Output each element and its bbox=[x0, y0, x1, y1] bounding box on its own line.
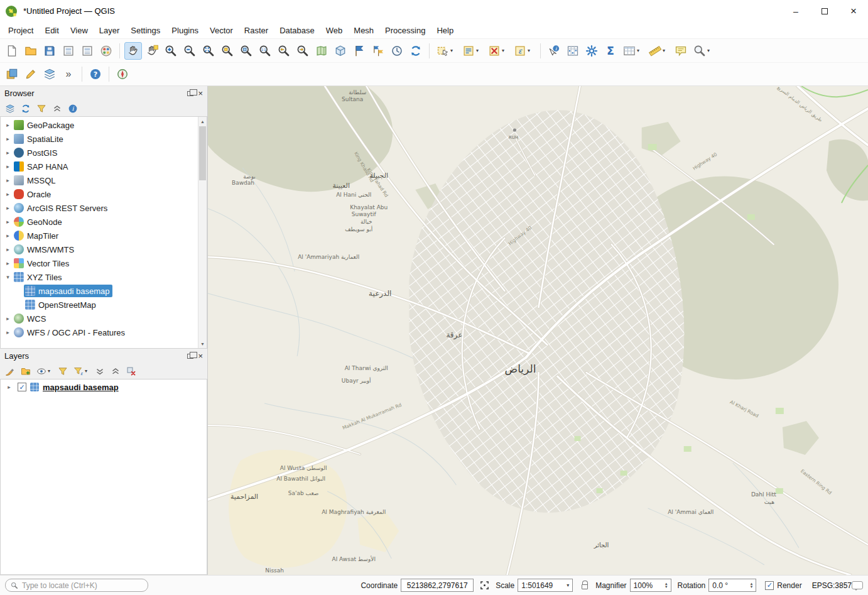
coordinate-input[interactable] bbox=[401, 579, 474, 592]
open-attribute-table-button[interactable]: ▾ bbox=[621, 42, 645, 60]
browser-item-maptiler[interactable]: ▸MapTiler bbox=[1, 229, 198, 243]
menu-processing[interactable]: Processing bbox=[379, 23, 431, 38]
dropdown-arrow-icon[interactable]: ▾ bbox=[450, 48, 453, 53]
dropdown-arrow-icon[interactable]: ▾ bbox=[85, 368, 87, 374]
close-panel-icon[interactable]: × bbox=[198, 89, 203, 97]
scale-combo[interactable]: 1:501649 ▾ bbox=[518, 579, 573, 592]
measure-button[interactable]: ▾ bbox=[646, 42, 671, 60]
expander-icon[interactable]: ▸ bbox=[3, 205, 13, 211]
menu-project[interactable]: Project bbox=[3, 23, 39, 38]
browser-item-geonode[interactable]: ▸GeoNode bbox=[1, 215, 198, 229]
browser-item-oracle[interactable]: ▸Oracle bbox=[1, 187, 198, 201]
expander-icon[interactable]: ▸ bbox=[3, 329, 13, 336]
browser-scrollbar[interactable]: ▲ ▼ bbox=[198, 117, 207, 348]
expander-icon[interactable]: ▸ bbox=[3, 177, 13, 183]
rotation-spinner[interactable]: 0.0 ° ▴▾ bbox=[708, 579, 756, 592]
zoom-next-button[interactable] bbox=[294, 42, 312, 60]
layer-checkbox[interactable]: ✓ bbox=[18, 383, 26, 391]
open-project-button[interactable] bbox=[22, 42, 40, 60]
dropdown-arrow-icon[interactable]: ▾ bbox=[502, 48, 504, 53]
menu-database[interactable]: Database bbox=[274, 23, 320, 38]
filter-legend-button[interactable] bbox=[55, 364, 70, 378]
zoom-last-button[interactable] bbox=[275, 42, 293, 60]
float-panel-icon[interactable] bbox=[187, 354, 193, 359]
menu-plugins[interactable]: Plugins bbox=[166, 23, 204, 38]
layer-row[interactable]: ▸ ✓ mapsaudi basemap bbox=[1, 379, 207, 395]
menu-help[interactable]: Help bbox=[431, 23, 459, 38]
manage-map-themes-button[interactable]: ▾ bbox=[34, 364, 54, 378]
browser-item-arcgis-rest-servers[interactable]: ▸ArcGIS REST Servers bbox=[1, 201, 198, 215]
toolbar-overflow-button[interactable]: » bbox=[60, 65, 77, 83]
dropdown-arrow-icon[interactable]: ▾ bbox=[663, 48, 665, 53]
map-canvas[interactable]: Highway 40Highway 40طريق الرياض الدمام ا… bbox=[208, 86, 868, 575]
menu-layer[interactable]: Layer bbox=[94, 23, 126, 38]
browser-item-mapsaudi-basemap[interactable]: mapsaudi basemap bbox=[1, 284, 198, 298]
expand-all-button[interactable] bbox=[92, 364, 107, 378]
show-layout-manager-button[interactable] bbox=[79, 42, 96, 60]
menu-web[interactable]: Web bbox=[320, 23, 349, 38]
help-button[interactable] bbox=[87, 65, 104, 83]
locate-input[interactable]: Type to locate (Ctrl+K) bbox=[5, 579, 148, 592]
temporal-controller-button[interactable] bbox=[388, 42, 406, 60]
new-print-layout-button[interactable] bbox=[60, 42, 77, 60]
collapse-all-button[interactable] bbox=[108, 364, 122, 378]
lock-scale-icon[interactable] bbox=[582, 584, 588, 589]
collapse-all-browser-button[interactable] bbox=[50, 101, 64, 116]
menu-settings[interactable]: Settings bbox=[125, 23, 166, 38]
minimize-button[interactable]: – bbox=[781, 0, 810, 22]
zoom-full-button[interactable] bbox=[200, 42, 217, 60]
expander-icon[interactable]: ▸ bbox=[4, 384, 14, 390]
browser-item-vector-tiles[interactable]: ▸Vector Tiles bbox=[1, 256, 198, 270]
processing-toolbox-button[interactable] bbox=[583, 42, 600, 60]
expander-icon[interactable]: ▸ bbox=[3, 150, 13, 156]
open-field-calculator-button[interactable] bbox=[564, 42, 582, 60]
statistical-summary-button[interactable] bbox=[602, 42, 619, 60]
expander-icon[interactable]: ▸ bbox=[3, 122, 13, 128]
pan-to-selection-button[interactable] bbox=[143, 42, 161, 60]
crs-button[interactable]: EPSG:3857 bbox=[812, 581, 852, 590]
search-tools-button[interactable]: ▾ bbox=[691, 42, 715, 60]
scroll-down-icon[interactable]: ▼ bbox=[198, 339, 207, 348]
filter-browser-button[interactable] bbox=[34, 101, 48, 116]
select-by-expression-button[interactable]: ▾ bbox=[511, 42, 536, 60]
expander-icon[interactable]: ▸ bbox=[3, 136, 13, 142]
open-layer-styling-button[interactable] bbox=[3, 364, 17, 378]
expander-icon[interactable]: ▸ bbox=[3, 232, 13, 239]
messages-icon[interactable] bbox=[852, 581, 863, 589]
magnifier-spinner[interactable]: 100% ▴▾ bbox=[630, 579, 671, 592]
close-panel-icon[interactable]: × bbox=[198, 352, 203, 360]
float-panel-icon[interactable] bbox=[187, 91, 193, 96]
new-annotation-button[interactable] bbox=[22, 65, 40, 83]
browser-item-wfs-ogc-api-features[interactable]: ▸WFS / OGC API - Features bbox=[1, 325, 198, 339]
browser-item-xyz-tiles[interactable]: ▾XYZ Tiles bbox=[1, 270, 198, 284]
zoom-to-layer-button[interactable] bbox=[237, 42, 255, 60]
browser-item-wcs[interactable]: ▸WCS bbox=[1, 312, 198, 325]
properties-widget-button[interactable] bbox=[65, 101, 80, 116]
menu-view[interactable]: View bbox=[65, 23, 94, 38]
spinner-arrows-icon[interactable]: ▴▾ bbox=[665, 582, 668, 587]
expander-icon[interactable]: ▾ bbox=[3, 274, 13, 280]
deselect-features-button[interactable]: ▾ bbox=[486, 42, 510, 60]
spinner-arrows-icon[interactable]: ▴▾ bbox=[751, 582, 753, 587]
menu-vector[interactable]: Vector bbox=[204, 23, 239, 38]
new-project-button[interactable] bbox=[3, 42, 21, 60]
zoom-in-button[interactable] bbox=[162, 42, 180, 60]
new-map-view-button[interactable] bbox=[313, 42, 330, 60]
browser-item-wms-wmts[interactable]: ▸WMS/WMTS bbox=[1, 243, 198, 256]
identify-features-button[interactable] bbox=[545, 42, 563, 60]
save-project-button[interactable] bbox=[41, 42, 58, 60]
expander-icon[interactable]: ▸ bbox=[3, 246, 13, 253]
menu-raster[interactable]: Raster bbox=[239, 23, 274, 38]
dropdown-arrow-icon[interactable]: ▾ bbox=[528, 48, 530, 53]
render-checkbox[interactable]: ✓ bbox=[765, 581, 774, 590]
browser-item-sap-hana[interactable]: ▸SAP HANA bbox=[1, 160, 198, 173]
chevron-down-icon[interactable]: ▾ bbox=[567, 582, 569, 588]
close-button[interactable]: × bbox=[839, 0, 868, 22]
menu-edit[interactable]: Edit bbox=[39, 23, 64, 38]
expander-icon[interactable]: ▸ bbox=[3, 191, 13, 197]
expander-icon[interactable]: ▸ bbox=[3, 260, 13, 266]
zoom-out-button[interactable] bbox=[181, 42, 198, 60]
pan-map-button[interactable] bbox=[124, 42, 142, 60]
new-spatial-bookmark-button[interactable] bbox=[350, 42, 368, 60]
refresh-browser-button[interactable] bbox=[18, 101, 33, 116]
